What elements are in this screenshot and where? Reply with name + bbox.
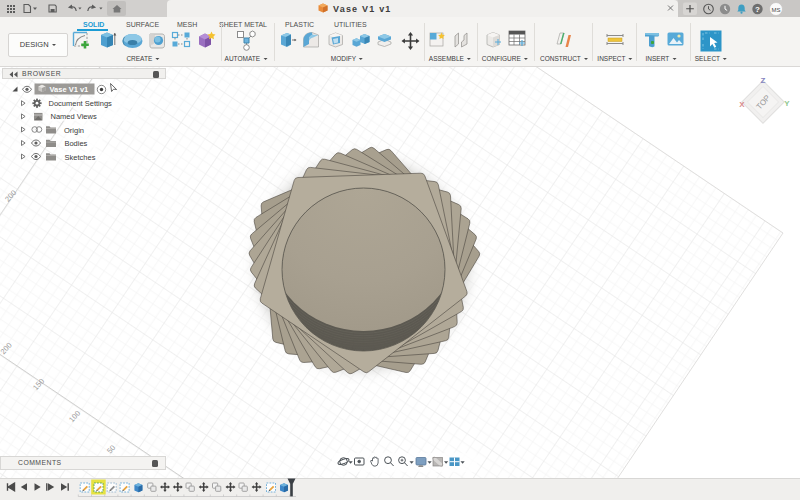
svg-text:Y: Y — [784, 99, 790, 108]
svg-text:Sketches: Sketches — [65, 153, 96, 162]
svg-text:Origin: Origin — [64, 126, 84, 135]
svg-text:MS: MS — [772, 7, 781, 13]
svg-text:Vase V1 v1: Vase V1 v1 — [50, 85, 89, 94]
svg-text:Document Settings: Document Settings — [49, 99, 113, 108]
svg-text:Z: Z — [761, 76, 766, 85]
svg-text:X: X — [739, 100, 745, 109]
svg-text:Bodies: Bodies — [64, 139, 87, 148]
svg-text:?: ? — [755, 5, 760, 14]
svg-text:Named Views: Named Views — [51, 112, 97, 121]
